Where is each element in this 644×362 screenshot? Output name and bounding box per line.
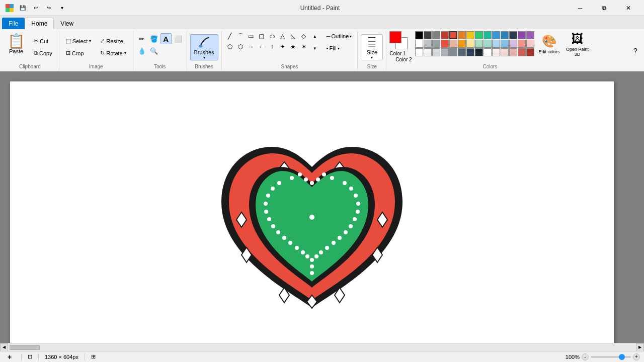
- hscroll-track[interactable]: [8, 343, 636, 351]
- zoom-out-btn[interactable]: -: [582, 353, 589, 360]
- fill-dropdown[interactable]: ▪ Fill ▾: [324, 43, 355, 53]
- save-quick-btn[interactable]: 💾: [17, 3, 28, 14]
- color-light-teal[interactable]: [484, 40, 492, 48]
- color-salmon[interactable]: [441, 40, 449, 48]
- shape-right-triangle[interactable]: ◺: [288, 31, 298, 41]
- shape-triangle[interactable]: △: [278, 31, 288, 41]
- shapes-scroll-up[interactable]: ▲: [311, 31, 319, 41]
- shape-arrow-up[interactable]: ↑: [267, 42, 277, 52]
- color-magenta[interactable]: [526, 31, 534, 39]
- cs7[interactable]: [466, 48, 474, 56]
- close-btn[interactable]: ✕: [617, 0, 640, 16]
- cs13[interactable]: [518, 48, 526, 56]
- cs14[interactable]: [526, 48, 534, 56]
- canvas-scroll[interactable]: [0, 71, 644, 343]
- shape-hexagon[interactable]: ⬡: [235, 42, 246, 52]
- color-light-blue[interactable]: [492, 40, 500, 48]
- cs12[interactable]: [509, 48, 517, 56]
- undo-quick-btn[interactable]: ↩: [30, 3, 41, 14]
- color-orange[interactable]: [458, 31, 466, 39]
- outline-dropdown[interactable]: ─ Outline ▾: [324, 31, 355, 41]
- color-cyan[interactable]: [492, 31, 500, 39]
- color-light-yellow[interactable]: [466, 40, 474, 48]
- shape-pentagon[interactable]: ⬠: [225, 42, 235, 52]
- shape-line[interactable]: ╱: [225, 31, 235, 41]
- tab-home[interactable]: Home: [25, 18, 54, 29]
- pencil-tool[interactable]: ✏: [136, 33, 147, 44]
- cs8[interactable]: [475, 48, 483, 56]
- cs4[interactable]: [441, 48, 449, 56]
- color-blue[interactable]: [501, 31, 509, 39]
- color-light-green[interactable]: [475, 40, 483, 48]
- shape-star4[interactable]: ✦: [278, 42, 288, 52]
- tab-view[interactable]: View: [54, 18, 80, 29]
- fill-tool[interactable]: 🪣: [148, 33, 159, 44]
- redo-quick-btn[interactable]: ↪: [43, 3, 54, 14]
- rotate-button[interactable]: ↻ Rotate ▾: [97, 48, 129, 59]
- shape-arrow-right[interactable]: →: [246, 42, 256, 52]
- cut-button[interactable]: ✂ Cut: [30, 36, 56, 47]
- color-white[interactable]: [415, 40, 423, 48]
- text-tool[interactable]: A: [160, 33, 172, 44]
- zoom-slider[interactable]: [591, 356, 631, 358]
- cs2[interactable]: [424, 48, 432, 56]
- shape-star6[interactable]: ✶: [299, 42, 309, 52]
- shape-rounded-rect[interactable]: ▢: [257, 31, 267, 41]
- select-button[interactable]: ⬚ Select ▾: [62, 36, 95, 47]
- color-light-gray[interactable]: [424, 40, 432, 48]
- cs3[interactable]: [432, 48, 440, 56]
- zoom-in-btn[interactable]: +: [633, 353, 640, 360]
- color1-swatch[interactable]: [389, 31, 401, 43]
- color-light-gray2[interactable]: [432, 40, 440, 48]
- shape-curve[interactable]: ⌒: [235, 31, 246, 41]
- tab-file[interactable]: File: [2, 18, 25, 29]
- cs6[interactable]: [458, 48, 466, 56]
- magnify-tool[interactable]: 🔍: [148, 45, 159, 56]
- color-violet[interactable]: [518, 31, 526, 39]
- cs10[interactable]: [492, 48, 500, 56]
- color-teal[interactable]: [484, 31, 492, 39]
- help-button[interactable]: ?: [630, 45, 641, 56]
- eraser-tool[interactable]: ⬜: [173, 33, 184, 44]
- paste-button[interactable]: 📋 Paste: [4, 31, 28, 57]
- zoom-thumb[interactable]: [619, 354, 625, 360]
- color-lime[interactable]: [475, 31, 483, 39]
- shape-ellipse[interactable]: ⬭: [267, 31, 277, 41]
- cs9[interactable]: [484, 48, 492, 56]
- color-red1[interactable]: [441, 31, 449, 39]
- maximize-btn[interactable]: ⧉: [593, 0, 616, 16]
- brushes-button[interactable]: Brushes ▾: [190, 34, 218, 60]
- copy-button[interactable]: ⧉ Copy: [30, 48, 56, 59]
- edit-colors-button[interactable]: 🎨 Edit colors: [536, 31, 562, 57]
- crop-button[interactable]: ⊡ Crop: [62, 48, 95, 59]
- add-tool-btn[interactable]: +: [4, 351, 15, 363]
- hscroll-right-btn[interactable]: ▶: [636, 343, 644, 351]
- color-light-purple[interactable]: [509, 40, 517, 48]
- shape-diamond[interactable]: ◇: [299, 31, 309, 41]
- color-light-pink[interactable]: [526, 40, 534, 48]
- color-peach[interactable]: [449, 40, 457, 48]
- qa-more-btn[interactable]: ▾: [56, 3, 67, 14]
- minimize-btn[interactable]: ─: [569, 0, 592, 16]
- color-indigo[interactable]: [509, 31, 517, 39]
- shape-arrow-left[interactable]: ←: [257, 42, 267, 52]
- color-pink[interactable]: [518, 40, 526, 48]
- resize-button[interactable]: ⤢ Resize: [97, 36, 129, 47]
- color-black[interactable]: [415, 31, 423, 39]
- size-button[interactable]: Size ▾: [361, 34, 383, 60]
- cs1[interactable]: [415, 48, 423, 56]
- cs5[interactable]: [449, 48, 457, 56]
- cs11[interactable]: [501, 48, 509, 56]
- picker-tool[interactable]: 💧: [136, 45, 147, 56]
- color-light-blue2[interactable]: [501, 40, 509, 48]
- shape-rect[interactable]: ▭: [246, 31, 256, 41]
- hscroll-left-btn[interactable]: ◀: [0, 343, 8, 351]
- hscroll-thumb[interactable]: [10, 345, 40, 350]
- shapes-scroll-down[interactable]: ▼: [311, 43, 319, 53]
- color-light-orange[interactable]: [458, 40, 466, 48]
- color-gray[interactable]: [432, 31, 440, 39]
- shape-star5[interactable]: ★: [288, 42, 298, 52]
- color-dark-gray[interactable]: [424, 31, 432, 39]
- open-paint3d-button[interactable]: 🖼 Open Paint 3D: [565, 31, 591, 57]
- color-red-selected[interactable]: [449, 31, 457, 39]
